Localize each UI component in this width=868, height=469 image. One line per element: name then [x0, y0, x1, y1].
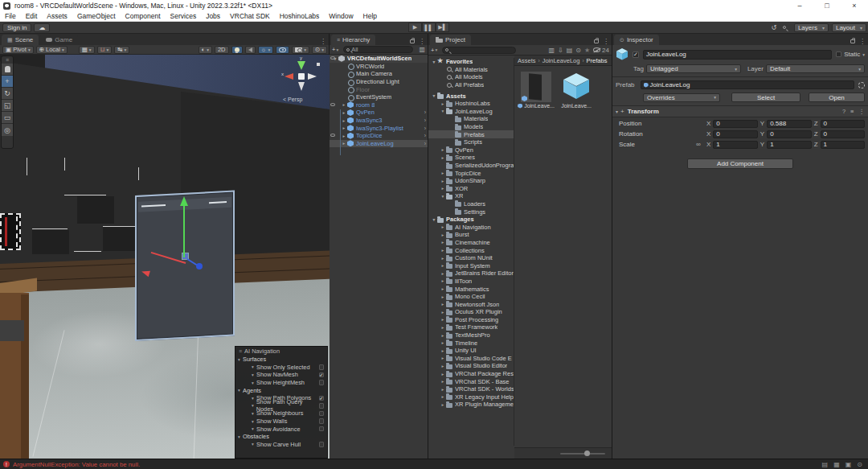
foldout-arrow-icon[interactable]: ▸: [440, 240, 446, 245]
checkbox[interactable]: [319, 396, 325, 401]
menu-item[interactable]: HoshinoLabs: [275, 11, 325, 22]
lock-icon[interactable]: [850, 39, 855, 43]
foldout-arrow-icon[interactable]: ▾: [431, 217, 437, 222]
foldout-arrow-icon[interactable]: ▸: [440, 340, 446, 345]
effects-dropdown[interactable]: ☼ ▾: [258, 46, 274, 54]
visibility-eye-icon[interactable]: [330, 103, 335, 106]
project-tree-item[interactable]: ▾ Assets: [428, 92, 514, 100]
orientation-gizmo[interactable]: x y: [281, 60, 321, 97]
favorite-icon[interactable]: ★: [584, 47, 590, 54]
menu-item[interactable]: Edit: [21, 11, 43, 22]
add-component-button[interactable]: Add Component: [687, 158, 793, 169]
project-tree-item[interactable]: ▸ Settings: [428, 208, 514, 216]
project-tree-item[interactable]: ▸ JetBrains Rider Editor: [428, 269, 514, 278]
sign-in-button[interactable]: Sign in: [2, 23, 31, 32]
visibility-eye-icon[interactable]: [330, 134, 335, 137]
project-tree-item[interactable]: ▸ Test Framework: [428, 323, 514, 331]
x-value-field[interactable]: 0: [713, 120, 757, 128]
foldout-arrow-icon[interactable]: ▸: [440, 333, 446, 338]
overrides-dropdown[interactable]: Overrides ▾: [643, 93, 720, 102]
foldout-arrow-icon[interactable]: ▸: [440, 286, 446, 291]
project-tree-item[interactable]: ▸ TextMeshPro: [428, 331, 514, 339]
project-tree-item[interactable]: ▸ All Materials: [428, 66, 514, 74]
project-tree-item[interactable]: ▸ Prefabs: [428, 130, 514, 138]
hierarchy-item[interactable]: ▸ IwaSync3-Playlist ›: [330, 124, 428, 132]
hierarchy-item[interactable]: ▸ room 8 ›: [330, 101, 428, 109]
layout-dropdown[interactable]: Layout ▾: [832, 23, 866, 32]
foldout-arrow-icon[interactable]: ▸: [440, 147, 446, 152]
pivot-dropdown[interactable]: ▣ Pivot ▾: [2, 46, 34, 54]
transform-header[interactable]: ▾ + Transform ? ≡ ⋮: [612, 106, 868, 117]
project-tree-item[interactable]: ▸ UdonSharp: [428, 177, 514, 185]
scene-visibility-toggle[interactable]: [276, 46, 289, 54]
menu-item[interactable]: Services: [166, 11, 202, 22]
project-tree-item[interactable]: ▸ Mono Cecil: [428, 293, 514, 301]
project-tree-item[interactable]: ▸ Newtonsoft Json: [428, 300, 514, 308]
project-tree-item[interactable]: ▸ Materials: [428, 115, 514, 123]
layer-dropdown[interactable]: Default ▾: [766, 64, 865, 73]
hierarchy-item[interactable]: ▸ JoinLeaveLog ›: [330, 140, 428, 148]
foldout-arrow-icon[interactable]: ▸: [440, 232, 446, 237]
panel-menu-icon[interactable]: ⋮: [320, 38, 326, 45]
project-tree-item[interactable]: ▸ Oculus XR Plugin: [428, 308, 514, 316]
search-input[interactable]: [442, 47, 516, 54]
x-value-field[interactable]: 0: [713, 130, 757, 138]
console-icon[interactable]: ▤: [822, 461, 829, 468]
foldout-arrow-icon[interactable]: ▸: [440, 155, 446, 160]
project-tree-item[interactable]: ▾ Packages: [428, 216, 514, 224]
gizmo-corner-cube[interactable]: [317, 63, 320, 66]
project-tree-item[interactable]: ▸ lilToon: [428, 278, 514, 286]
project-tree-item[interactable]: ▸ XR Legacy Input Help: [428, 393, 514, 401]
foldout-arrow-icon[interactable]: ▸: [440, 348, 446, 353]
info-icon[interactable]: ⊙: [575, 47, 581, 54]
checkbox[interactable]: [319, 403, 324, 409]
persp-label[interactable]: < Persp: [283, 97, 302, 102]
breadcrumb-current[interactable]: Prefabs: [587, 57, 608, 64]
project-tree-item[interactable]: ▸ All Prefabs: [428, 81, 514, 89]
foldout-arrow-icon[interactable]: ▸: [440, 224, 446, 229]
undo-history-icon[interactable]: ↺: [768, 23, 780, 32]
project-tree-item[interactable]: ▾ XR: [428, 192, 514, 200]
project-tree-item[interactable]: ▸ Visual Studio Code E: [428, 355, 514, 363]
foldout-arrow-icon[interactable]: ▸: [341, 102, 347, 107]
search-icon[interactable]: [780, 23, 791, 32]
menu-item[interactable]: VRChat SDK: [225, 11, 275, 22]
lock-icon[interactable]: [594, 39, 599, 43]
draw-mode-dropdown[interactable]: ◐ ▾: [199, 46, 212, 54]
prefab-cube-icon[interactable]: [616, 47, 629, 61]
gizmo-cone-white-down[interactable]: [298, 82, 305, 91]
close-button[interactable]: ×: [841, 0, 868, 11]
increment-snap-dropdown[interactable]: ↹ ▾: [114, 46, 129, 54]
project-tree-item[interactable]: ▸ AI Navigation: [428, 223, 514, 231]
hierarchy-item[interactable]: ▸ Directional Light ›: [330, 78, 428, 86]
foldout-arrow-icon[interactable]: ▾: [431, 93, 437, 98]
gizmo-x-cone[interactable]: [285, 73, 293, 80]
project-tree-item[interactable]: ▸ Mathematics: [428, 285, 514, 293]
z-value-field[interactable]: 0: [821, 120, 865, 128]
asset-item-prefab[interactable]: JoinLeave...: [518, 72, 555, 109]
transform-tool[interactable]: ◎: [2, 124, 13, 136]
overlay-option[interactable]: ▾ Agents: [235, 386, 327, 394]
foldout-arrow-icon[interactable]: ▸: [440, 271, 446, 276]
checkbox[interactable]: [319, 442, 325, 447]
foldout-arrow-icon[interactable]: ▾: [431, 60, 437, 64]
static-checkbox[interactable]: [836, 51, 841, 57]
visibility-eye-icon[interactable]: [330, 56, 335, 60]
static-dropdown-icon[interactable]: ▾: [862, 52, 865, 57]
project-tree-item[interactable]: ▸ Loaders: [428, 200, 514, 208]
hierarchy-item[interactable]: ▸ Floor ›: [330, 85, 428, 93]
foldout-arrow-icon[interactable]: ▸: [440, 387, 446, 392]
lock-icon[interactable]: [410, 39, 415, 43]
presets-icon[interactable]: ≡: [850, 108, 854, 115]
step-button[interactable]: ▶▌: [436, 23, 449, 32]
menu-item[interactable]: File: [0, 11, 21, 22]
tab-scene[interactable]: ▦ Scene: [2, 35, 39, 45]
checkbox[interactable]: [319, 418, 325, 424]
panel-menu-icon[interactable]: ⋮: [419, 38, 425, 45]
foldout-arrow-icon[interactable]: ▾: [440, 109, 446, 113]
project-tree-item[interactable]: ▸ Unity UI: [428, 347, 514, 355]
local-dropdown[interactable]: ⊕ Local ▾: [36, 46, 68, 54]
code-coverage-icon[interactable]: ▣: [845, 461, 852, 468]
tab-inspector[interactable]: ⊙ Inspector: [614, 35, 659, 45]
overlay-drag-handle[interactable]: ≡: [239, 348, 242, 354]
